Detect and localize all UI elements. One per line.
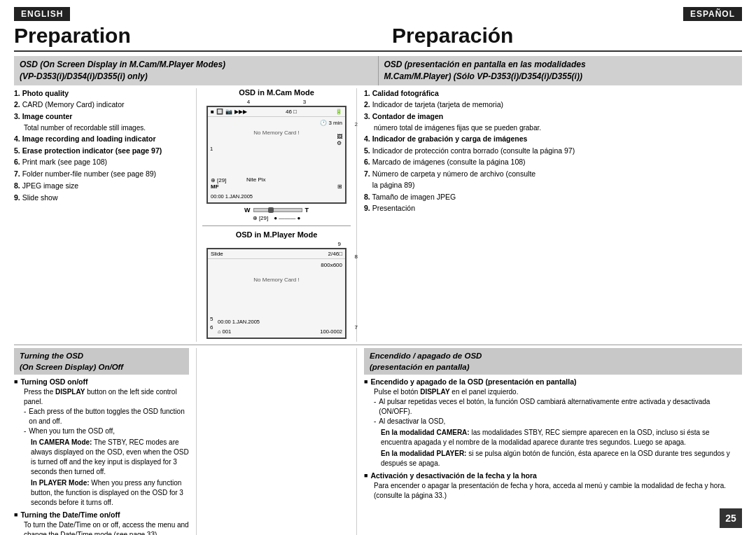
list-item: 6. Print mark (see page 108)	[14, 157, 189, 168]
label-4: 4	[247, 99, 250, 105]
list-item: 8. Tamaño de imagen JPEG	[364, 192, 742, 203]
list-item: 4. Indicador de grabación y carga de imá…	[364, 134, 742, 145]
es-list: 1. Calidad fotográfica 2. Indicador de t…	[364, 88, 742, 215]
title-english: Preparation	[14, 24, 378, 48]
bullet-1-body-es: Pulse el botón DISPLAY en el panel izqui…	[374, 387, 742, 468]
main-content: 1. Photo quality 2. CARD (Memory Card) i…	[14, 88, 742, 342]
bullet-2-es: Activación y desactivación de la fecha y…	[364, 471, 742, 501]
aperture-label: ⊕[29] MF	[211, 177, 226, 190]
slide-label: Slide	[211, 251, 223, 257]
left-counter: 1	[210, 146, 213, 152]
zoom-indicator: ⊕ [29]	[253, 215, 269, 221]
en-list: 1. Photo quality 2. CARD (Memory Card) i…	[14, 88, 189, 204]
label-3: 3	[303, 99, 306, 105]
list-item: 2. Indicador de tarjeta (tarjeta de memo…	[364, 99, 742, 111]
center-column-screens: OSD in M.Cam Mode 4 3 ■ 🔲 📷	[196, 88, 357, 342]
list-item: 7. Número de carpeta y número de archivo…	[364, 169, 742, 191]
mcam-screen: ■ 🔲 📷 ▶▶▶ 46 □ 🔋	[206, 106, 346, 204]
turning-osd-en-line1: Turning the OSD	[20, 350, 183, 361]
num-label-2: 2	[355, 121, 358, 127]
mcam-mode-label: OSD in M.Cam Mode	[202, 88, 351, 97]
slide-counter: 2/46□	[328, 251, 342, 257]
osd-header-en-line1: OSD (On Screen Display in M.Cam/M.Player…	[20, 59, 372, 71]
folder-label: ⌂ 001	[218, 328, 231, 335]
dash-1-es: Al pulsar repetidas veces el botón, la f…	[374, 397, 742, 417]
counter-num: 46	[286, 109, 292, 115]
resolution-label: 800x600	[321, 262, 342, 268]
titles-row: Preparation Preparación	[14, 24, 742, 52]
bullet-2-title-es: Activación y desactivación de la fecha y…	[364, 471, 742, 480]
cam-icon: 📷	[225, 109, 232, 115]
file-label: 100-0002	[320, 328, 342, 335]
lower-right-es: Encendido / apagado de OSD (presentación…	[357, 348, 742, 535]
timestamp-row: 00:00 1.JAN.2005	[211, 193, 342, 200]
mplayer-screen: Slide 2/46□ 800x600 No Memory Card ! 5 6	[206, 248, 346, 339]
player-mode-text: In PLAYER Mode: When you press any funct…	[31, 478, 189, 508]
list-item: 8. JPEG image size	[14, 181, 189, 192]
turning-osd-header-es: Encendido / apagado de OSD (presentación…	[364, 348, 742, 375]
list-item: 3. Contador de imagennúmero total de imá…	[364, 111, 742, 133]
list-item: 1. Photo quality	[14, 88, 189, 99]
dash-1: Each press of the button toggles the OSD…	[24, 407, 189, 426]
zoom-thumb	[268, 207, 274, 213]
list-item: 5. Indicador de protección contra borrad…	[364, 146, 742, 157]
bottom-right-icon: ⊞	[337, 183, 342, 190]
osd-header-en-line2: (VP-D353(i)/D354(i)/D355(i) only)	[20, 71, 372, 83]
lower-section: Turning the OSD (On Screen Display) On/O…	[14, 348, 742, 535]
osd-header-es-line1: OSD (presentación en pantalla en las mod…	[384, 59, 737, 71]
zoom-dots: ● ——— ●	[274, 215, 300, 221]
zoom-track	[253, 208, 302, 212]
list-item: 1. Calidad fotográfica	[364, 88, 742, 99]
lang-english: ENGLISH	[14, 7, 70, 21]
player-mode-text-es: En la modalidad PLAYER: si se pulsa algú…	[381, 449, 742, 468]
mplayer-mode-label: OSD in M.Player Mode	[202, 230, 351, 239]
camera-mode-text-es: En la modalidad CAMERA: las modalidades …	[381, 428, 742, 447]
mplayer-bottom-row: ⌂ 001 100-0002	[218, 328, 342, 335]
mplayer-left-5: 5	[210, 316, 213, 322]
nite-pix-label: Nite Pix	[246, 176, 266, 183]
bullet-2-en: Turning the Date/Time on/off To turn the…	[14, 510, 189, 535]
rec-icon: ■	[211, 109, 214, 115]
turning-osd-es-bullets: Encendido y apagado de la OSD (presentac…	[364, 377, 742, 501]
bullet-1-es: Encendido y apagado de la OSD (presentac…	[364, 377, 742, 468]
left-column-en: 1. Photo quality 2. CARD (Memory Card) i…	[14, 88, 196, 342]
zoom-bar: W T	[202, 207, 351, 214]
turning-osd-header-en: Turning the OSD (On Screen Display) On/O…	[14, 348, 189, 375]
label-8-right: 8	[355, 253, 358, 260]
page-number: 25	[720, 508, 742, 528]
bullet-2-title-en: Turning the Date/Time on/off	[14, 510, 189, 519]
turning-osd-en-bullets: Turning OSD on/off Press the DISPLAY but…	[14, 377, 189, 535]
bullet-1-title-en: Turning OSD on/off	[14, 377, 189, 386]
list-item: 3. Image counterTotal number of recordab…	[14, 111, 189, 133]
bullet-1-title-es: Encendido y apagado de la OSD (presentac…	[364, 377, 742, 386]
zoom-t-label: T	[305, 207, 309, 214]
osd-header: OSD (On Screen Display in M.Cam/M.Player…	[14, 56, 742, 85]
mplayer-left-6: 6	[210, 324, 213, 331]
list-item: 6. Marcado de imágenes (consulte la pági…	[364, 157, 742, 168]
battery-icon: 🔋	[335, 109, 342, 115]
turning-osd-es-line2: (presentación en pantalla)	[370, 361, 736, 373]
list-item: 9. Slide show	[14, 193, 189, 204]
bullet-2-body-en: To turn the Date/Time on or off, access …	[24, 520, 189, 535]
osd-header-es-line2: M.Cam/M.Player) (Sólo VP-D353(i)/D354(i)…	[384, 71, 737, 83]
photo-icon: 🔲	[216, 109, 223, 115]
camera-mode-text: In CAMERA Mode: The STBY, REC modes are …	[31, 438, 189, 477]
dash-2: When you turn the OSD off,	[24, 426, 189, 436]
osd-header-es: OSD (presentación en pantalla en las mod…	[379, 56, 743, 85]
label-9-top: 9	[338, 241, 341, 247]
mplayer-screen-wrapper: 9 Slide 2/46□ 800x600	[206, 241, 346, 339]
mplayer-time: 00:00 1.JAN.2005	[218, 319, 260, 325]
mf-label: MF	[211, 183, 226, 190]
list-item: 2. CARD (Memory Card) indicator	[14, 99, 189, 111]
bullet-1-en: Turning OSD on/off Press the DISPLAY but…	[14, 377, 189, 508]
lang-espanol: ESPAÑOL	[683, 7, 742, 21]
time-remaining: 🕐 3 min	[320, 120, 342, 126]
list-item: 9. Presentación	[364, 203, 742, 214]
mcam-screen-wrapper: 4 3 ■ 🔲 📷 ▶▶▶	[206, 99, 346, 204]
page: ENGLISH ESPAÑOL Preparation Preparación …	[0, 0, 756, 535]
right-column-es: 1. Calidad fotográfica 2. Indicador de t…	[357, 88, 742, 342]
label-7-right: 7	[355, 324, 358, 331]
list-item: 4. Image recording and loading indicator	[14, 134, 189, 145]
bullet-2-body-es: Para encender o apagar la presentación d…	[374, 481, 742, 501]
zoom-w-label: W	[244, 207, 251, 214]
